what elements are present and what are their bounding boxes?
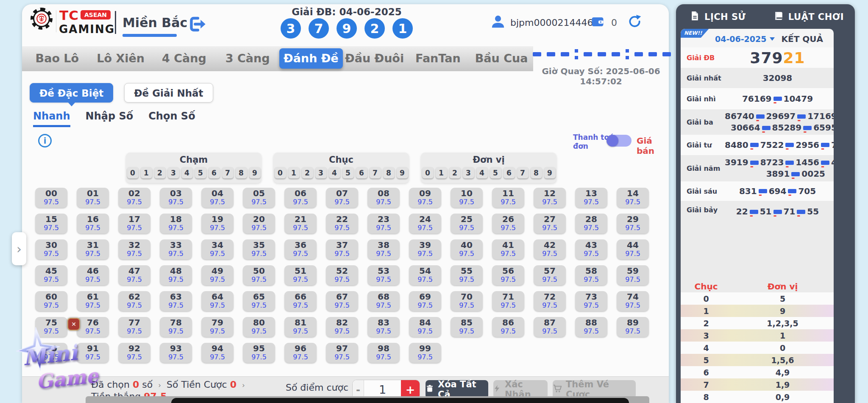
digit-button-2[interactable]: 2 (449, 167, 461, 178)
number-cell[interactable]: 4297.5 (534, 239, 566, 259)
digit-button-7[interactable]: 7 (517, 167, 529, 178)
digit-button-4[interactable]: 4 (329, 167, 340, 178)
digit-button-1[interactable]: 1 (288, 167, 300, 178)
number-cell[interactable]: 8697.5 (492, 317, 524, 337)
number-cell[interactable]: 8997.5 (617, 317, 649, 337)
digit-button-1[interactable]: 1 (141, 167, 152, 178)
number-cell[interactable]: 8597.5 (451, 317, 483, 337)
number-cell[interactable]: 1397.5 (575, 188, 607, 208)
number-cell[interactable]: 7497.5 (617, 291, 649, 311)
number-cell[interactable]: 1197.5 (492, 188, 524, 208)
number-cell[interactable]: 7397.5 (575, 291, 607, 311)
number-cell[interactable]: 5997.5 (617, 265, 649, 285)
digit-button-8[interactable]: 8 (531, 167, 542, 178)
number-cell[interactable]: 6197.5 (77, 291, 109, 311)
number-cell[interactable]: 8897.5 (575, 317, 607, 337)
digit-button-1[interactable]: 1 (436, 167, 447, 178)
number-cell[interactable]: 6697.5 (284, 291, 317, 311)
number-cell[interactable]: 3797.5 (326, 239, 358, 259)
refresh-icon[interactable] (627, 14, 642, 29)
mode-tab-nhanh[interactable]: Nhanh (33, 110, 70, 127)
number-cell[interactable]: 4697.5 (77, 265, 109, 285)
logout-icon[interactable] (186, 14, 206, 34)
info-icon[interactable]: i (38, 134, 52, 147)
number-cell[interactable]: 9397.5 (160, 343, 192, 363)
number-cell[interactable]: 9197.5 (77, 343, 109, 363)
number-cell[interactable]: 3597.5 (243, 239, 275, 259)
number-cell[interactable]: 3097.5 (35, 239, 67, 259)
number-cell[interactable]: 7597.5 (35, 317, 67, 337)
number-cell[interactable]: 3297.5 (118, 239, 150, 259)
number-cell[interactable]: 9897.5 (367, 343, 400, 363)
number-cell[interactable]: 0497.5 (201, 188, 234, 208)
digit-button-0[interactable]: 0 (275, 167, 286, 178)
number-cell[interactable]: 2697.5 (492, 214, 524, 233)
digit-button-0[interactable]: 0 (127, 167, 139, 178)
digit-button-8[interactable]: 8 (236, 167, 247, 178)
number-cell[interactable]: 5697.5 (492, 265, 524, 285)
number-cell[interactable]: 4397.5 (575, 239, 607, 259)
number-cell[interactable]: 8397.5 (367, 317, 400, 337)
number-cell[interactable]: 5197.5 (284, 265, 317, 285)
number-cell[interactable]: 8097.5 (243, 317, 275, 337)
number-cell[interactable]: 8297.5 (326, 317, 358, 337)
number-cell[interactable]: 5097.5 (243, 265, 275, 285)
digit-button-6[interactable]: 6 (504, 167, 515, 178)
number-cell[interactable]: 5597.5 (451, 265, 483, 285)
number-cell[interactable]: 0897.5 (367, 188, 400, 208)
number-cell[interactable]: 1497.5 (617, 188, 649, 208)
nav-tab-danh-de[interactable]: Đánh Đề (279, 48, 343, 69)
close-icon[interactable]: ✕ (67, 318, 80, 331)
number-cell[interactable]: 7897.5 (160, 317, 192, 337)
number-cell[interactable]: 6897.5 (367, 291, 400, 311)
number-cell[interactable]: 4997.5 (201, 265, 234, 285)
number-cell[interactable]: 4897.5 (160, 265, 192, 285)
digit-button-7[interactable]: 7 (222, 167, 234, 178)
number-cell[interactable]: 7797.5 (118, 317, 150, 337)
number-cell[interactable]: 0697.5 (284, 188, 317, 208)
digit-button-3[interactable]: 3 (168, 167, 179, 178)
digit-button-6[interactable]: 6 (356, 167, 367, 178)
number-cell[interactable]: 3697.5 (284, 239, 317, 259)
digit-button-3[interactable]: 3 (463, 167, 474, 178)
number-cell[interactable]: 4097.5 (451, 239, 483, 259)
nav-tab-bao-lo[interactable]: Bao Lô (25, 46, 89, 71)
mode-tab-nhap-so[interactable]: Nhập Số (86, 110, 134, 127)
number-cell[interactable]: 2797.5 (534, 214, 566, 233)
number-cell[interactable]: 2897.5 (575, 214, 607, 233)
number-cell[interactable]: 4797.5 (118, 265, 150, 285)
number-cell[interactable]: 1597.5 (35, 214, 67, 233)
number-cell[interactable]: 9297.5 (118, 343, 150, 363)
history-tab[interactable]: LỊCH SỬ (690, 11, 746, 23)
number-cell[interactable]: 1897.5 (160, 214, 192, 233)
number-cell[interactable]: 2597.5 (451, 214, 483, 233)
number-cell[interactable]: 5397.5 (367, 265, 400, 285)
date-selector[interactable]: 04-06-2025 (715, 34, 775, 44)
number-cell[interactable]: 5297.5 (326, 265, 358, 285)
number-cell[interactable]: 6097.5 (35, 291, 67, 311)
number-cell[interactable]: 7997.5 (201, 317, 234, 337)
user-box[interactable]: bjpm0000214446 (491, 14, 593, 31)
digit-button-9[interactable]: 9 (397, 167, 408, 178)
number-cell[interactable]: 2297.5 (326, 214, 358, 233)
mode-tab-chon-so[interactable]: Chọn Số (148, 110, 195, 127)
number-cell[interactable]: 6297.5 (118, 291, 150, 311)
number-cell[interactable]: 0997.5 (409, 188, 441, 208)
chevron-right-icon[interactable]: › (158, 381, 161, 389)
nav-tab-4-cang[interactable]: 4 Càng (153, 46, 216, 71)
number-cell[interactable]: 7297.5 (534, 291, 566, 311)
number-cell[interactable]: 3497.5 (201, 239, 234, 259)
number-cell[interactable]: 0797.5 (326, 188, 358, 208)
number-cell[interactable]: 9997.5 (409, 343, 441, 363)
number-cell[interactable]: 6397.5 (160, 291, 192, 311)
number-cell[interactable]: 5497.5 (409, 265, 441, 285)
number-cell[interactable]: 6497.5 (201, 291, 234, 311)
number-cell[interactable]: 4597.5 (35, 265, 67, 285)
number-cell[interactable]: 4497.5 (617, 239, 649, 259)
digit-button-2[interactable]: 2 (302, 167, 313, 178)
price-toggle[interactable] (607, 135, 632, 147)
bet-tab-de-giai-nhat[interactable]: Đề Giải Nhất (124, 83, 213, 103)
nav-tab-lo-xien[interactable]: Lô Xiên (89, 46, 153, 71)
number-cell[interactable]: 7097.5 (451, 291, 483, 311)
number-cell[interactable]: 0297.5 (118, 188, 150, 208)
